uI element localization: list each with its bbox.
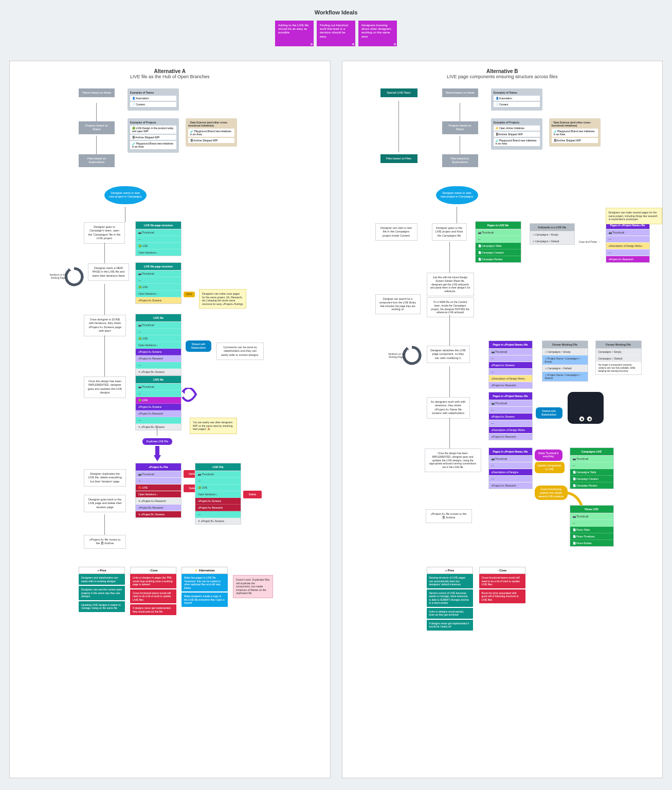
ex-teams-card: Examples of Teams 👤 Automation 📄 Content: [128, 88, 179, 111]
loop-label-b: Iterations on the Working Pages: [387, 353, 407, 359]
share-tag-b: Shared with Stakeholders: [536, 407, 562, 419]
file-struct-1: LIVE file page structure 📷 Thumbnail — 🟢…: [135, 221, 181, 256]
ideal-card-3: Designers knowing about other designers …: [358, 21, 397, 46]
ab-file: Artboards in a LIVE file ◇ Campaigns > E…: [530, 223, 575, 245]
flow-live: Flows LIVE 📷 Thumbnail — 📄 Flows Table 📄…: [570, 505, 614, 547]
file-struct-3: LIVE file 📷 Thumbnail — 🟢 LIVE Open Iter…: [135, 314, 181, 375]
pur-file-4: Pages in «Project Name» file 📷 Thumbnail…: [488, 447, 533, 489]
data-science-card: ↑ Data Science (and other cross-function…: [186, 118, 237, 147]
new-tag: NEW: [184, 292, 195, 297]
alt-b-panel: Alternative B LIVE page components ensur…: [342, 61, 663, 778]
b-step-2: Designer goes to the LIVE project and fi…: [432, 223, 467, 241]
sticky-1: Designers can make more pages for the sa…: [199, 289, 246, 309]
special-team: Special LIVE Team: [380, 88, 417, 97]
ideal-card-2: Finding out historical work that lead to…: [317, 21, 355, 46]
cons-list: - Cons Links to designs in pages (for PM…: [130, 567, 176, 616]
pur-file-1: Pages in «Project Name» file 📷 Thumbnail…: [606, 221, 650, 263]
cons-list-b: - Cons Cross-functional teams would stil…: [479, 567, 525, 604]
fwork-file-2: Former Working File Campaigns > Empty Ca…: [595, 340, 642, 375]
b-step-9: «Project A» file moves to the 🗄 Archive: [426, 509, 472, 523]
step-5: Designer duplicates the LIVE file, delet…: [84, 469, 126, 487]
files-node: Files based on Explorations: [79, 154, 115, 167]
alternatives-list: ⚡ Alternatives Make live pages in LIVE f…: [181, 567, 228, 608]
projects-node: Projects based on Status: [79, 121, 115, 134]
files-node-b: Files based on Explorations: [442, 154, 478, 167]
alt-a-panel: Alternative A LIVE file as the Hub of Op…: [9, 61, 331, 778]
del-ref-tag: Delete Thumbnail & everything: [535, 450, 562, 461]
step-7: «Project A» file moves to the 🗄 Archive: [84, 535, 126, 549]
teams-node-b: Teams based on Areas: [442, 88, 478, 97]
y-bubble: Cross-Functioning projects can update se…: [535, 486, 568, 500]
file-struct-4: LIVE file 📷 Thumbnail — 🟢 LIVE «Project …: [135, 375, 181, 430]
ex-teams-b: Examples of Teams 👤 Automation 📄 Content: [491, 88, 542, 111]
pros-list: + Pros Designers and stakeholders can ea…: [79, 567, 125, 613]
step-1: Designer goes to Campaign's team, open t…: [84, 222, 125, 244]
projects-node-b: Projects based on Status: [442, 121, 478, 134]
avatar-icon: [568, 392, 604, 424]
b-step-7: As designers work with with iterations, …: [427, 397, 470, 419]
dup-arrow-label: Duplicate LIVE File: [142, 438, 172, 445]
fwork-file: Former Working File ◇ Campaigns > Empty …: [542, 340, 588, 382]
b-step-5: On a NEW file on the Content team, insid…: [427, 297, 474, 317]
pros-list-b: + Pros Naming structure of LIVE pages ca…: [427, 567, 473, 632]
ex-projects-b: Examples of Projects 📂 Open Active Initi…: [491, 118, 542, 150]
step-2: Designer starts a NEW PAGE in the LIVE f…: [88, 263, 129, 281]
sticky-3: You can easily see other designers WIP o…: [190, 418, 237, 434]
shared-tag: Shared with Stakeholders: [186, 340, 211, 352]
step-6: Designer goes back to the LIVE page and …: [84, 495, 126, 512]
start-cloud: Designer wants to start new project in C…: [104, 186, 147, 204]
data-science-b: ↑ Data Science (and other cross-function…: [549, 118, 601, 147]
b-step-4: Designer can search for a component from…: [375, 294, 421, 314]
file-proj-a: «Project A» File 📷 Thumbnail — 🔴 LIVE Op…: [135, 463, 181, 518]
update-comp-tag: Update Components in LIVE: [535, 462, 565, 473]
copy-paste-label: Copy and Paste →: [576, 240, 604, 244]
step-3: Once designer is DONE with iterations, t…: [84, 315, 126, 336]
loop-label: Iterations on the Working Page: [48, 274, 68, 280]
alt-b-title: Alternative B: [350, 68, 656, 74]
start-cloud-b: Designer wants to start new project in C…: [436, 186, 478, 204]
b-step-8: Once the design has been IMPLEMENTED, de…: [425, 448, 481, 472]
pur-file-2: Pages in «Project Name» file 📷 Thumbnail…: [488, 340, 533, 389]
pur-file-3: Pages in «Project Name» file 📷 Thumbnail…: [488, 392, 533, 440]
alt-a-subtitle: LIVE file as the Hub of Open Branches: [17, 74, 323, 79]
file-live-6: LIVE File 📷 Thumbnail — 🟢 LIVE Open Iter…: [195, 463, 241, 525]
alt-b-subtitle: LIVE page components ensuring structure …: [350, 74, 656, 79]
alt-note: Doesn't work. Duplicated files will dupl…: [233, 575, 273, 598]
teams-node: Teams based on Areas: [79, 88, 115, 97]
green-file: Pages in LIVE file 📷 Thumbnail — 📄 Campa…: [475, 221, 521, 263]
ideal-card-1: Adding to the LIVE file should be as eas…: [275, 21, 314, 46]
sticky-2: Comments can be done by stakeholders and…: [216, 343, 264, 360]
ex-projects-card: Examples of Projects 🟢 LIVE Design in th…: [128, 118, 179, 153]
camp-live: Campaigns LIVE 📷 Thumbnail — 📄 Campaigns…: [570, 447, 614, 489]
delete-tag-2: Delete: [243, 491, 262, 498]
alt-a-title: Alternative A: [17, 68, 323, 74]
file-struct-2: LIVE file page structure 📷 Thumbnail — 🟢…: [135, 262, 181, 304]
b-step-6: Designer detaches the LIVE page componen…: [427, 346, 470, 363]
sticky-top-b: Designers can make several pages for the…: [606, 208, 662, 224]
step-4: Once the design has been IMPLEMENTED, de…: [84, 376, 126, 398]
b-step-1: Designer can start a new file in the Cam…: [375, 223, 417, 241]
page-title: Workflow Ideals: [9, 9, 663, 15]
files-b-left: Files based on Files: [380, 154, 417, 163]
ideals-row: Adding to the LIVE file should be as eas…: [9, 21, 663, 46]
b-step-3: Just like with the future Design System …: [427, 273, 474, 296]
